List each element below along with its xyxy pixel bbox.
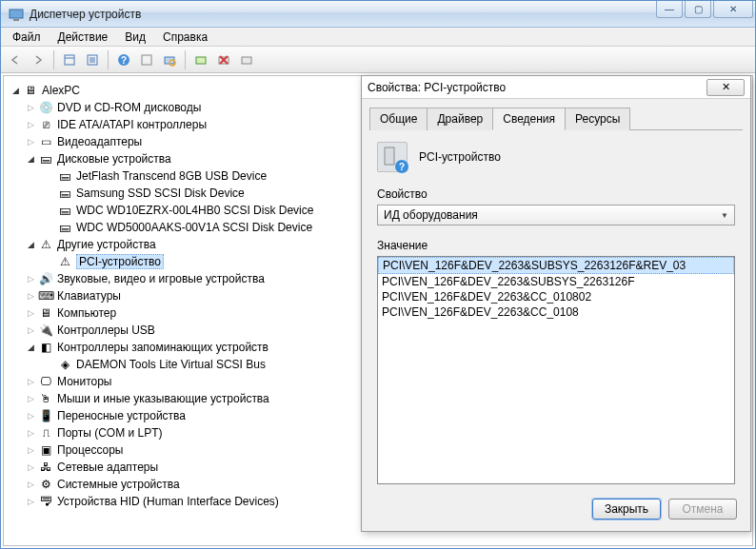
app-icon <box>9 7 24 22</box>
tab-1[interactable]: Драйвер <box>427 108 493 130</box>
svg-rect-2 <box>65 55 74 65</box>
tree-expander[interactable]: ▷ <box>25 376 36 387</box>
tree-node-label: Компьютер <box>57 306 116 320</box>
minimize-button[interactable]: — <box>656 1 683 18</box>
tree-expander[interactable]: ◢ <box>10 85 21 96</box>
device-manager-window: Диспетчер устройств — ▢ ✕ Файл Действие … <box>0 0 756 549</box>
window-controls: — ▢ ✕ <box>656 1 753 18</box>
action-button[interactable] <box>136 49 157 70</box>
properties-button[interactable] <box>82 49 103 70</box>
tree-expander[interactable]: ▷ <box>25 461 36 473</box>
menu-action[interactable]: Действие <box>50 29 116 46</box>
system-icon: ⚙ <box>38 477 53 492</box>
tree-expander[interactable]: ▷ <box>25 119 36 130</box>
tree-node-label: Сетевые адаптеры <box>57 461 158 474</box>
tree-node-label: Мыши и иные указывающие устройства <box>57 392 269 405</box>
dialog-buttons: Закрыть Отмена <box>592 499 737 520</box>
display-icon: ▭ <box>38 134 53 149</box>
close-button[interactable]: ✕ <box>713 1 753 18</box>
tree-expander[interactable]: ▷ <box>25 307 36 319</box>
tree-expander <box>44 187 55 199</box>
warning-icon: ⚠ <box>38 237 53 252</box>
port-icon: ⎍ <box>38 425 53 441</box>
dialog-device-header: ? PCI-устройство <box>377 142 735 172</box>
disk-icon: 🖴 <box>57 186 72 201</box>
question-overlay-icon: ? <box>395 160 408 173</box>
disk-icon: 🖴 <box>57 203 72 218</box>
warning-icon: ⚠ <box>57 254 72 269</box>
tree-expander[interactable]: ▷ <box>25 324 36 336</box>
tree-expander[interactable]: ▷ <box>25 410 36 422</box>
tree-expander[interactable]: ▷ <box>25 290 36 302</box>
titlebar: Диспетчер устройств — ▢ ✕ <box>1 1 755 28</box>
tree-expander[interactable]: ◢ <box>25 153 36 165</box>
values-listbox[interactable]: PCI\VEN_126F&DEV_2263&SUBSYS_2263126F&RE… <box>377 256 735 484</box>
tree-node-label: WDC WD10EZRX-00L4HB0 SCSI Disk Device <box>76 204 313 217</box>
disk-icon: 🖴 <box>57 220 72 235</box>
tree-node-label: DVD и CD-ROM дисководы <box>57 101 201 114</box>
forward-button[interactable] <box>28 49 49 70</box>
hardware-id-row[interactable]: PCI\VEN_126F&DEV_2263&CC_0108 <box>378 304 734 320</box>
tree-expander[interactable]: ▷ <box>25 479 36 490</box>
tree-expander[interactable]: ▷ <box>25 273 36 284</box>
show-hide-tree-button[interactable] <box>59 49 80 70</box>
help-button[interactable]: ? <box>113 49 134 70</box>
tree-expander[interactable]: ▷ <box>25 496 36 507</box>
tree-expander[interactable]: ▷ <box>25 136 36 147</box>
scan-hardware-button[interactable] <box>159 49 180 70</box>
tree-expander[interactable]: ◢ <box>25 342 36 353</box>
menu-file[interactable]: Файл <box>5 29 49 46</box>
tree-node-label: Системные устройства <box>57 478 180 491</box>
tree-expander[interactable]: ▷ <box>25 393 36 404</box>
tree-node-label: Дисковые устройства <box>57 152 171 166</box>
update-driver-button[interactable] <box>190 49 211 70</box>
monitor-icon: 🖵 <box>38 374 53 389</box>
tab-0[interactable]: Общие <box>369 108 428 130</box>
dialog-tabs: ОбщиеДрайверСведенияРесурсы <box>369 107 743 130</box>
tree-expander <box>44 359 55 370</box>
property-dropdown[interactable]: ИД оборудования ▼ <box>377 205 735 225</box>
tab-2[interactable]: Сведения <box>492 108 566 130</box>
uninstall-button[interactable] <box>213 49 234 70</box>
value-label: Значение <box>377 239 735 252</box>
disk-icon: 🖴 <box>38 151 53 167</box>
tree-expander[interactable]: ▷ <box>25 427 36 439</box>
svg-rect-13 <box>196 57 206 64</box>
tree-expander[interactable]: ▷ <box>25 444 36 456</box>
menu-view[interactable]: Вид <box>117 29 153 46</box>
scsi-icon: ◈ <box>57 357 72 372</box>
tree-node-label: Порты (COM и LPT) <box>57 426 163 440</box>
properties-dialog: Свойства: PCI-устройство ✕ ОбщиеДрайверС… <box>361 75 751 532</box>
disk-icon: 🖴 <box>57 168 72 184</box>
tree-expander <box>44 170 55 182</box>
computer-icon: 🖥 <box>23 83 38 98</box>
dialog-body: ? PCI-устройство Свойство ИД оборудовани… <box>362 130 750 496</box>
device-icon: ? <box>377 142 408 172</box>
back-button[interactable] <box>5 49 26 70</box>
disable-button[interactable] <box>236 49 257 70</box>
network-icon: 🖧 <box>38 460 53 475</box>
tree-node-label: Контроллеры запоминающих устройств <box>57 341 269 354</box>
hardware-id-row[interactable]: PCI\VEN_126F&DEV_2263&SUBSYS_2263126F <box>378 274 734 289</box>
maximize-button[interactable]: ▢ <box>685 1 711 18</box>
toolbar-separator <box>185 50 186 69</box>
svg-rect-17 <box>242 57 251 64</box>
svg-rect-0 <box>10 10 23 18</box>
hardware-id-row[interactable]: PCI\VEN_126F&DEV_2263&CC_010802 <box>378 289 734 304</box>
dialog-close-button[interactable]: ✕ <box>706 79 745 96</box>
hardware-id-row[interactable]: PCI\VEN_126F&DEV_2263&SUBSYS_2263126F&RE… <box>378 257 734 274</box>
close-button[interactable]: Закрыть <box>592 499 661 520</box>
tree-node-label: Мониторы <box>57 375 111 388</box>
toolbar-separator <box>108 50 109 69</box>
toolbar: ? <box>1 47 755 73</box>
hid-icon: 🖦 <box>38 494 53 509</box>
computer-icon: 🖥 <box>38 305 53 321</box>
tree-expander <box>44 222 55 233</box>
tree-expander[interactable]: ▷ <box>25 102 36 113</box>
tree-expander[interactable]: ◢ <box>25 239 36 250</box>
menu-help[interactable]: Справка <box>155 29 215 46</box>
tree-node-label: Процессоры <box>57 443 124 457</box>
storage-icon: ◧ <box>38 340 53 355</box>
dialog-title: Свойства: PCI-устройство <box>368 81 706 94</box>
tab-3[interactable]: Ресурсы <box>565 108 630 130</box>
